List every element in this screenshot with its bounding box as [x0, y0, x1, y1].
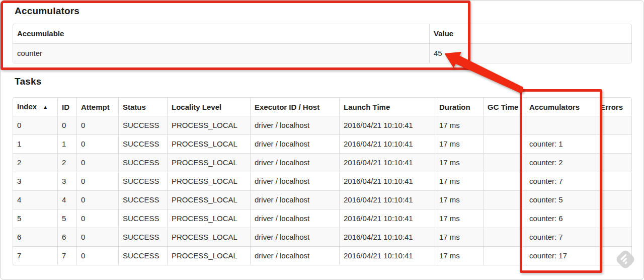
- column-header-duration[interactable]: Duration: [435, 98, 483, 116]
- cell-errors: [596, 134, 631, 153]
- cell-index: 0: [13, 116, 57, 134]
- accumulable-row: counter45: [13, 43, 631, 63]
- spark-stage-page: Accumulators Accumulable Value counter45…: [0, 0, 644, 280]
- cell-locality-level: PROCESS_LOCAL: [167, 246, 250, 265]
- cell-errors: [596, 209, 631, 228]
- cell-attempt: 0: [76, 172, 118, 190]
- column-header-index[interactable]: Index▲: [13, 98, 57, 116]
- cell-attempt: 0: [76, 246, 118, 265]
- index-header-label: Index: [17, 102, 37, 111]
- cell-status: SUCCESS: [118, 190, 167, 209]
- cell-accumulators: counter: 5: [525, 190, 596, 209]
- column-header-errors[interactable]: Errors: [596, 98, 631, 116]
- cell-locality-level: PROCESS_LOCAL: [167, 134, 250, 153]
- cell-status: SUCCESS: [118, 209, 167, 228]
- cell-index: 1: [13, 134, 57, 153]
- task-row: 770SUCCESSPROCESS_LOCALdriver / localhos…: [13, 246, 631, 265]
- cell-gc-time: [483, 153, 525, 172]
- cell-attempt: 0: [76, 116, 118, 134]
- cell-index: 2: [13, 153, 57, 172]
- cell-locality-level: PROCESS_LOCAL: [167, 116, 250, 134]
- cell-accumulable: counter: [13, 43, 429, 63]
- task-row: 110SUCCESSPROCESS_LOCALdriver / localhos…: [13, 134, 631, 153]
- cell-index: 3: [13, 172, 57, 190]
- cell-errors: [596, 116, 631, 134]
- cell-launch-time: 2016/04/21 10:10:41: [339, 172, 435, 190]
- cell-duration: 17 ms: [435, 246, 483, 265]
- cell-launch-time: 2016/04/21 10:10:41: [339, 134, 435, 153]
- accumulators-heading: Accumulators: [15, 6, 79, 17]
- cell-launch-time: 2016/04/21 10:10:41: [339, 209, 435, 228]
- cell-duration: 17 ms: [435, 116, 483, 134]
- cell-duration: 17 ms: [435, 209, 483, 228]
- accumulable-column-header[interactable]: Accumulable: [13, 24, 429, 43]
- cell-gc-time: [483, 246, 525, 265]
- cell-errors: [596, 246, 631, 265]
- task-row: 000SUCCESSPROCESS_LOCALdriver / localhos…: [13, 116, 631, 134]
- cell-id: 5: [57, 209, 76, 228]
- cell-executor-id-host: driver / localhost: [250, 190, 339, 209]
- cell-id: 6: [57, 228, 76, 246]
- task-row: 660SUCCESSPROCESS_LOCALdriver / localhos…: [13, 228, 631, 246]
- column-header-gc-time[interactable]: GC Time: [483, 98, 525, 116]
- cell-duration: 17 ms: [435, 228, 483, 246]
- cell-executor-id-host: driver / localhost: [250, 228, 339, 246]
- cell-status: SUCCESS: [118, 116, 167, 134]
- column-header-status[interactable]: Status: [118, 98, 167, 116]
- cell-gc-time: [483, 116, 525, 134]
- cell-duration: 17 ms: [435, 190, 483, 209]
- cell-duration: 17 ms: [435, 172, 483, 190]
- cell-launch-time: 2016/04/21 10:10:41: [339, 246, 435, 265]
- cell-executor-id-host: driver / localhost: [250, 134, 339, 153]
- cell-gc-time: [483, 190, 525, 209]
- cell-launch-time: 2016/04/21 10:10:41: [339, 190, 435, 209]
- value-column-header[interactable]: Value: [429, 24, 631, 43]
- cell-index: 5: [13, 209, 57, 228]
- cell-locality-level: PROCESS_LOCAL: [167, 153, 250, 172]
- cell-id: 0: [57, 116, 76, 134]
- cell-gc-time: [483, 172, 525, 190]
- cell-id: 4: [57, 190, 76, 209]
- column-header-locality-level[interactable]: Locality Level: [167, 98, 250, 116]
- cell-executor-id-host: driver / localhost: [250, 153, 339, 172]
- cell-value: 45: [429, 43, 631, 63]
- cell-gc-time: [483, 209, 525, 228]
- cell-status: SUCCESS: [118, 172, 167, 190]
- accumulators-header-row: Accumulable Value: [13, 24, 631, 43]
- cell-status: SUCCESS: [118, 134, 167, 153]
- cell-errors: [596, 228, 631, 246]
- task-row: 550SUCCESSPROCESS_LOCALdriver / localhos…: [13, 209, 631, 228]
- cell-gc-time: [483, 228, 525, 246]
- cell-launch-time: 2016/04/21 10:10:41: [339, 153, 435, 172]
- cell-locality-level: PROCESS_LOCAL: [167, 228, 250, 246]
- task-row: 440SUCCESSPROCESS_LOCALdriver / localhos…: [13, 190, 631, 209]
- cell-duration: 17 ms: [435, 134, 483, 153]
- column-header-launch-time[interactable]: Launch Time: [339, 98, 435, 116]
- cell-accumulators: counter: 1: [525, 134, 596, 153]
- cell-locality-level: PROCESS_LOCAL: [167, 209, 250, 228]
- cell-attempt: 0: [76, 190, 118, 209]
- cell-accumulators: counter: 2: [525, 153, 596, 172]
- cell-accumulators: [525, 116, 596, 134]
- cell-executor-id-host: driver / localhost: [250, 172, 339, 190]
- cell-errors: [596, 153, 631, 172]
- cell-errors: [596, 190, 631, 209]
- column-header-executor-id-host[interactable]: Executor ID / Host: [250, 98, 339, 116]
- tasks-header-row: Index▲ ID Attempt Status Locality Level …: [13, 98, 631, 116]
- cell-attempt: 0: [76, 228, 118, 246]
- cell-errors: [596, 172, 631, 190]
- accumulators-table: Accumulable Value counter45: [13, 24, 632, 63]
- task-row: 220SUCCESSPROCESS_LOCALdriver / localhos…: [13, 153, 631, 172]
- cell-accumulators: counter: 6: [525, 209, 596, 228]
- sort-ascending-icon: ▲: [43, 104, 48, 110]
- column-header-accumulators[interactable]: Accumulators: [525, 98, 596, 116]
- cell-locality-level: PROCESS_LOCAL: [167, 190, 250, 209]
- cell-attempt: 0: [76, 134, 118, 153]
- column-header-attempt[interactable]: Attempt: [76, 98, 118, 116]
- cell-launch-time: 2016/04/21 10:10:41: [339, 116, 435, 134]
- cell-accumulators: counter: 17: [525, 246, 596, 265]
- cell-id: 1: [57, 134, 76, 153]
- column-header-id[interactable]: ID: [57, 98, 76, 116]
- cell-executor-id-host: driver / localhost: [250, 246, 339, 265]
- cell-index: 6: [13, 228, 57, 246]
